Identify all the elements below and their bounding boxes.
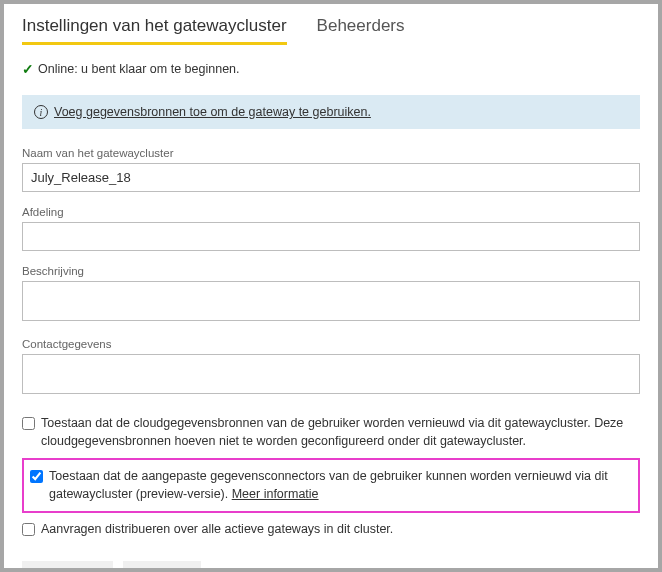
apply-button[interactable]: Toepassen — [22, 561, 113, 573]
discard-button[interactable]: Negeren — [123, 561, 201, 573]
description-label: Beschrijving — [22, 265, 640, 277]
more-info-link[interactable]: Meer informatie — [232, 487, 319, 501]
custom-connectors-row[interactable]: Toestaan dat de aangepaste gegevensconne… — [30, 464, 632, 507]
check-icon: ✓ — [22, 61, 34, 77]
description-input[interactable] — [22, 281, 640, 321]
contact-input[interactable] — [22, 354, 640, 394]
tab-gateway-settings[interactable]: Instellingen van het gatewaycluster — [22, 16, 287, 45]
custom-connectors-text: Toestaan dat de aangepaste gegevensconne… — [49, 469, 608, 501]
status-text: Online: u bent klaar om te beginnen. — [38, 62, 240, 76]
add-data-sources-link[interactable]: Voeg gegevensbronnen toe om de gateway t… — [54, 105, 371, 119]
tab-administrators[interactable]: Beheerders — [317, 16, 405, 45]
distribute-checkbox[interactable] — [22, 523, 35, 536]
info-icon: i — [34, 105, 48, 119]
cloud-refresh-row[interactable]: Toestaan dat de cloudgegevensbronnen van… — [22, 411, 640, 454]
custom-connectors-label: Toestaan dat de aangepaste gegevensconne… — [49, 468, 632, 503]
info-banner: i Voeg gegevensbronnen toe om de gateway… — [22, 95, 640, 129]
cloud-refresh-checkbox[interactable] — [22, 417, 35, 430]
contact-label: Contactgegevens — [22, 338, 640, 350]
cluster-name-input[interactable] — [22, 163, 640, 192]
department-input[interactable] — [22, 222, 640, 251]
custom-connectors-highlight: Toestaan dat de aangepaste gegevensconne… — [22, 458, 640, 513]
cluster-name-label: Naam van het gatewaycluster — [22, 147, 640, 159]
distribute-label: Aanvragen distribueren over alle actieve… — [41, 521, 393, 539]
status-row: ✓ Online: u bent klaar om te beginnen. — [22, 61, 640, 77]
department-label: Afdeling — [22, 206, 640, 218]
custom-connectors-checkbox[interactable] — [30, 470, 43, 483]
distribute-row[interactable]: Aanvragen distribueren over alle actieve… — [22, 517, 640, 543]
cloud-refresh-label: Toestaan dat de cloudgegevensbronnen van… — [41, 415, 640, 450]
